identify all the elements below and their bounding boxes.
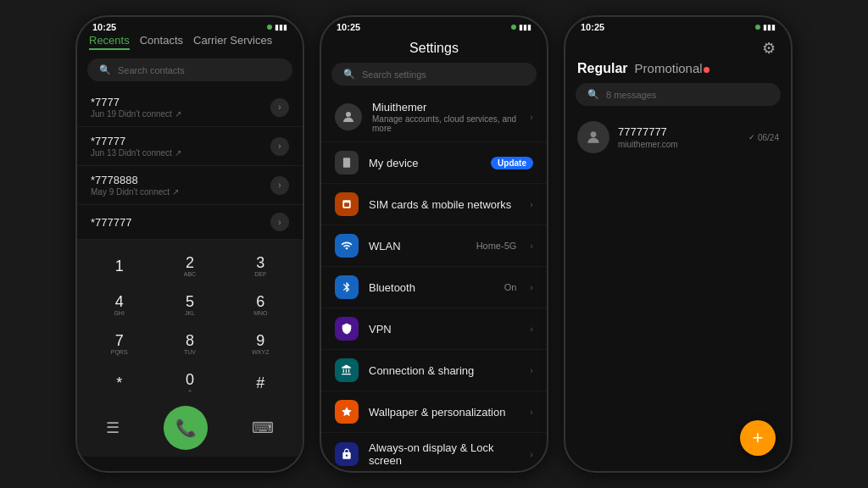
tab-carrier[interactable]: Carrier Services [193,34,272,50]
settings-bluetooth[interactable]: Bluetooth On › [321,267,547,308]
contact-sub-2: Jun 13 Didn't connect ↗ [91,148,181,158]
profile-name: Miuithemer [372,101,520,114]
wlan-icon [335,234,359,258]
settings-gear-icon[interactable]: ⚙ [762,39,776,58]
battery-icon-1: ▮▮▮ [275,23,287,31]
tab-promotional[interactable]: Promotional [635,61,703,75]
wallpaper-text: Wallpaper & personalization [369,406,520,419]
status-time-3: 10:25 [581,22,604,32]
lockscreen-icon [335,442,359,466]
dial-key-1[interactable]: 1 [95,248,144,284]
settings-search[interactable]: 🔍 Search settings [331,63,537,86]
dial-key-star[interactable]: * [95,365,144,401]
settings-mydevice[interactable]: My device Update [321,142,547,184]
menu-icon[interactable]: ☰ [106,419,120,437]
dialpad-row-3: 7PQRS 8TUV 9WXYZ [84,326,296,362]
contact-name-1: *7777 [91,96,181,108]
wallpaper-name: Wallpaper & personalization [369,406,520,419]
dialpad-bottom-row: * 0+ # [84,365,296,401]
network-dot-1 [267,25,272,30]
promotional-dot [704,67,709,73]
dial-key-4[interactable]: 4GHI [95,287,144,323]
dialer-tabs: Recents Contacts Carrier Services [77,34,303,55]
dialer-screen: Recents Contacts Carrier Services 🔍 Sear… [77,34,303,471]
keypad-icon[interactable]: ⌨ [252,419,274,437]
compose-fab[interactable]: + [740,420,776,456]
contact-item-1[interactable]: *7777 Jun 19 Didn't connect ↗ › [77,88,303,127]
connection-name: Connection & sharing [369,364,520,377]
svg-point-2 [346,165,347,166]
messages-search[interactable]: 🔍 8 messages [576,83,781,106]
sim-text: SIM cards & mobile networks [369,198,520,211]
message-item-1[interactable]: 77777777 miuithemer.com ✓ 06/24 [565,113,791,162]
dial-key-6[interactable]: 6MNO [236,287,285,323]
messages-top-bar: ⚙ [565,34,791,61]
profile-sub: Manage accounts, cloud services, and mor… [372,114,520,133]
battery-icon-2: ▮▮▮ [519,23,531,31]
status-icons-1: ▮▮▮ [267,23,287,31]
profile-chevron: › [530,112,533,122]
settings-lockscreen[interactable]: Always-on display & Lock screen › [321,433,547,471]
settings-connection[interactable]: Connection & sharing › [321,350,547,391]
contact-item-4[interactable]: *777777 › [77,205,303,240]
dial-key-7[interactable]: 7PQRS [95,326,144,362]
vpn-name: VPN [369,323,520,336]
contact-sub-1: Jun 19 Didn't connect ↗ [91,109,181,119]
notch-2 [409,17,459,24]
messages-tabs: Regular Promotional [565,61,791,81]
svg-point-6 [591,131,597,137]
dial-key-8[interactable]: 8TUV [165,326,214,362]
message-avatar-1 [577,121,609,153]
dial-key-9[interactable]: 9WXYZ [236,326,285,362]
vpn-chevron: › [530,324,533,334]
vpn-icon [335,317,359,341]
settings-wallpaper[interactable]: Wallpaper & personalization › [321,391,547,433]
settings-wlan[interactable]: WLAN Home-5G › [321,225,547,267]
notch-3 [653,17,704,24]
vpn-text: VPN [369,323,520,336]
device-badge[interactable]: Update [491,157,533,169]
dial-key-0[interactable]: 0+ [165,365,214,401]
bluetooth-name: Bluetooth [369,281,494,294]
tab-contacts[interactable]: Contacts [140,34,183,50]
bluetooth-value: On [504,282,517,292]
contact-arrow-1[interactable]: › [270,98,289,117]
contact-item-2[interactable]: *77777 Jun 13 Didn't connect ↗ › [77,127,303,166]
dial-key-2[interactable]: 2ABC [165,248,214,284]
contact-arrow-4[interactable]: › [270,213,289,231]
message-date-1: 06/24 [758,133,779,142]
settings-sim[interactable]: SIM cards & mobile networks › [321,184,547,225]
dial-key-5[interactable]: 5JKL [165,287,214,323]
profile-avatar [335,103,362,130]
tab-recents[interactable]: Recents [89,34,130,50]
settings-profile[interactable]: Miuithemer Manage accounts, cloud servic… [321,92,547,142]
messages-screen: ⚙ Regular Promotional 🔍 8 messages 77777… [565,34,791,471]
network-dot-3 [755,25,760,30]
dial-key-3[interactable]: 3DEF [236,248,285,284]
dial-key-hash[interactable]: # [236,365,285,401]
lockscreen-chevron: › [530,449,533,459]
search-icon-1: 🔍 [99,64,111,75]
connection-chevron: › [530,365,533,375]
connection-icon [335,358,359,382]
bluetooth-icon [335,275,359,299]
contact-item-3[interactable]: *7778888 May 9 Didn't connect ↗ › [77,166,303,205]
contacts-search[interactable]: 🔍 Search contacts [87,58,292,81]
contact-arrow-3[interactable]: › [270,176,289,195]
wlan-text: WLAN [369,240,466,252]
settings-vpn[interactable]: VPN › [321,308,547,350]
wlan-name: WLAN [369,240,466,252]
device-text: My device [369,157,481,169]
tab-regular[interactable]: Regular [577,61,628,76]
status-icons-2: ▮▮▮ [511,23,531,31]
device-name: My device [369,157,481,169]
lockscreen-name: Always-on display & Lock screen [369,441,520,467]
bluetooth-text: Bluetooth [369,281,494,294]
contact-arrow-2[interactable]: › [270,137,289,156]
sim-icon [335,192,359,216]
call-button[interactable]: 📞 [164,406,208,450]
device-icon [335,151,359,175]
message-time-1: ✓ 06/24 [748,133,779,142]
status-icons-3: ▮▮▮ [755,23,776,31]
search-icon-3: 🔍 [587,89,599,100]
